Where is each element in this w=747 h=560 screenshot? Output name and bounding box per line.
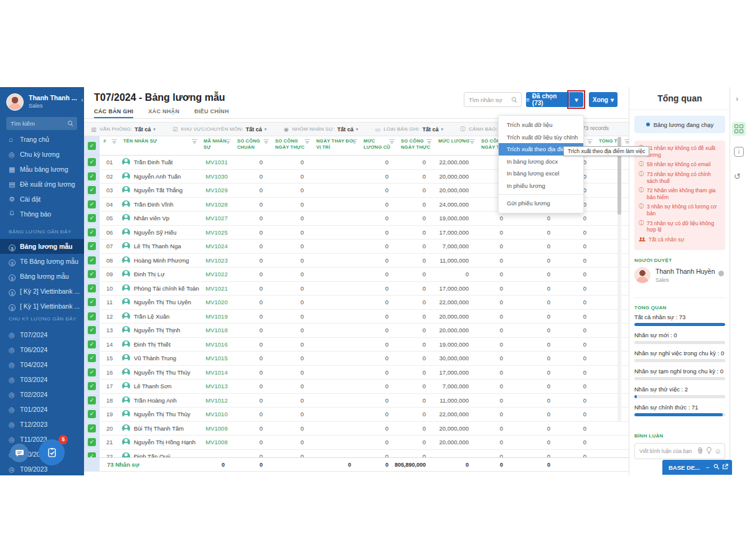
employee-name-cell[interactable]: Nguyễn Thị Thịnh: [120, 324, 200, 337]
alert-item[interactable]: ⓘ73 nhân sự không có chính sách thuế: [639, 171, 721, 184]
employee-search[interactable]: [464, 92, 522, 107]
base-widget-bar[interactable]: BASE DE... −: [662, 460, 732, 475]
alert-item[interactable]: ⓘ73 nhân sự có dữ liệu không hợp lệ: [639, 220, 721, 233]
table-row[interactable]: ✓21Nguyễn Thị Hồng HạnhMV1008000020,000,…: [84, 436, 629, 450]
sidebar-cycle-item[interactable]: ◎T01/2024: [0, 402, 84, 417]
sidebar-cycle-item[interactable]: ◎T09/2023: [0, 462, 84, 475]
filter-people[interactable]: ◉NHÓM NHÂN SỰ:Tất cả▾: [283, 126, 358, 133]
row-checkbox[interactable]: ✓: [88, 256, 96, 264]
employee-name-cell[interactable]: Đinh Thị Thiết: [120, 338, 200, 352]
row-checkbox[interactable]: ✓: [88, 326, 96, 334]
filter-funnel-icon[interactable]: [192, 139, 197, 144]
table-row[interactable]: ✓16Nguyễn Thị Thu ThủyMV1014000017,000,0…: [84, 366, 629, 380]
payroll-status-pill[interactable]: Bảng lương đang chạy: [634, 116, 725, 133]
row-checkbox[interactable]: ✓: [88, 368, 96, 376]
info-bubble-icon[interactable]: i: [734, 147, 744, 157]
filter-funnel-icon[interactable]: [389, 139, 395, 144]
sidebar-item-home[interactable]: ⌂Trang chủ: [0, 132, 84, 147]
table-row[interactable]: ✓19Nguyễn Thị Thu ThủyMV1010000022,000,0…: [84, 408, 629, 422]
table-row[interactable]: ✓15Vũ Thành TrungMV1015000030,000,000000: [84, 352, 629, 366]
sidebar-cycle-item[interactable]: ◎T03/2024: [0, 372, 84, 387]
sidebar-cycle-item[interactable]: ◎T06/2024: [0, 342, 84, 357]
row-checkbox[interactable]: ✓: [88, 396, 96, 404]
row-checkbox[interactable]: ✓: [88, 452, 96, 457]
table-row[interactable]: ✓08Hoàng Minh PhươngMV1023000011,000,000…: [84, 254, 629, 268]
sidebar-payroll-item[interactable]: $T6 Bảng lương mẫu: [0, 254, 84, 269]
selected-button[interactable]: ≡Đã chọn (73): [526, 92, 569, 107]
employee-search-input[interactable]: [469, 93, 512, 106]
sidebar-cycle-item[interactable]: ◎T12/2023: [0, 417, 84, 432]
row-checkbox[interactable]: ✓: [88, 228, 96, 236]
employee-name-cell[interactable]: Nguyễn Thị Thu Thủy: [120, 408, 200, 421]
employee-name-cell[interactable]: Nguyễn Thị Thu Thủy: [120, 366, 200, 380]
comment-box[interactable]: ☺: [634, 443, 725, 459]
row-checkbox[interactable]: ✓: [88, 340, 96, 348]
paperclip-icon[interactable]: [697, 447, 703, 454]
filter-funnel-icon[interactable]: [225, 139, 231, 144]
emoji-icon[interactable]: ☺: [715, 447, 721, 455]
sidebar-user[interactable]: Thanh Thanh ... Sales ‹: [6, 92, 81, 113]
filter-chart[interactable]: ▥VĂN PHÒNG:Tất cả▾: [90, 126, 156, 133]
filter-funnel-icon[interactable]: [304, 139, 310, 144]
table-row[interactable]: ✓14Đinh Thị ThiếtMV1016000019,000,000000: [84, 338, 629, 352]
comment-input[interactable]: [639, 444, 692, 459]
search-icon[interactable]: [712, 464, 721, 471]
table-row[interactable]: ✓12Trần Lệ XuânMV1019000020,000,000000: [84, 310, 629, 324]
menu-item[interactable]: In phiếu lương: [499, 180, 583, 192]
sidebar-item-bell[interactable]: Thông báo: [0, 207, 84, 222]
sidebar-payroll-item[interactable]: $Bảng lương mẫu: [0, 269, 84, 284]
sidebar-item-template[interactable]: ▦Mẫu bảng lương: [0, 162, 84, 177]
table-row[interactable]: ✓13Nguyễn Thị ThịnhMV1018000020,000,0000…: [84, 324, 629, 338]
minimize-icon[interactable]: −: [703, 464, 712, 471]
employee-name-cell[interactable]: Bùi Thị Thanh Tâm: [120, 422, 200, 436]
sidebar-collapse-icon[interactable]: ‹: [81, 96, 83, 103]
sidebar-cycle-item[interactable]: ◎T02/2024: [0, 387, 84, 402]
table-row[interactable]: ✓18Trần Hoàng AnhMV1012000011,000,000000: [84, 394, 629, 408]
filter-funnel-icon[interactable]: [624, 139, 629, 144]
sidebar-cycle-item[interactable]: ◎T04/2024: [0, 357, 84, 372]
tab-xác-nhận[interactable]: XÁC NHẬN: [148, 108, 179, 119]
filter-funnel-icon[interactable]: [587, 139, 593, 144]
chat-button[interactable]: [10, 444, 29, 462]
sidebar-item-proposal[interactable]: ▤Đề xuất ứng lương: [0, 177, 84, 192]
employee-name-cell[interactable]: Nguyễn Thị Thu Uyên: [120, 296, 200, 309]
approver-row[interactable]: Thanh Thanh Huyền Sales: [634, 266, 725, 288]
external-link-icon[interactable]: [721, 464, 730, 471]
employee-name-cell[interactable]: Nhân viên Vp: [120, 212, 200, 225]
sidebar-item-gear[interactable]: ⚙Cài đặt: [0, 192, 84, 207]
sidebar-search[interactable]: [6, 117, 77, 130]
row-checkbox[interactable]: ✓: [88, 172, 96, 180]
row-checkbox[interactable]: ✓: [88, 214, 96, 222]
filter-funnel-icon[interactable]: [263, 139, 269, 144]
filter-folder[interactable]: ▭LOẠI BẢN GHI:Tất cả▾: [374, 126, 443, 133]
table-row[interactable]: ✓11Nguyễn Thị Thu UyênMV1020000022,000,0…: [84, 296, 629, 310]
row-checkbox[interactable]: ✓: [88, 298, 96, 306]
alert-item[interactable]: ⓘ72 Nhân viên không tham gia bảo hiểm: [639, 187, 721, 200]
menu-item[interactable]: In bảng lương docx: [499, 156, 583, 168]
row-checkbox[interactable]: ✓: [88, 242, 96, 250]
row-checkbox[interactable]: ✓: [88, 354, 96, 362]
employee-name-cell[interactable]: Trần Lệ Xuân: [120, 310, 200, 324]
table-row[interactable]: ✓17Lê Thanh SơnMV101300007,000,000000: [84, 380, 629, 394]
employee-name-cell[interactable]: Phòng Tài chính kế Toán: [120, 282, 200, 296]
row-checkbox[interactable]: ✓: [88, 200, 96, 208]
row-checkbox[interactable]: ✓: [88, 186, 96, 194]
filter-check-square[interactable]: ☑KHU VỰC/CHUYÊN MÔN:Tất cả▾: [172, 126, 267, 133]
employee-name-cell[interactable]: Hoàng Minh Phương: [120, 254, 200, 268]
filter-funnel-icon[interactable]: [426, 139, 432, 144]
menu-item[interactable]: Trích xuất dữ liệu: [499, 119, 583, 131]
employee-name-cell[interactable]: Nguyễn Anh Tuấn: [120, 170, 200, 184]
menu-item[interactable]: Gửi phiếu lương: [499, 197, 583, 210]
menu-item[interactable]: In bảng lương excel: [499, 167, 583, 180]
employee-name-cell[interactable]: Trần Đinh Tuất: [120, 156, 200, 169]
tab-điều-chỉnh[interactable]: ĐIỀU CHỈNH: [194, 108, 229, 119]
apps-grid-icon[interactable]: [732, 122, 746, 136]
table-row[interactable]: ✓05Nhân viên VpMV1027000019,000,000000: [84, 212, 629, 226]
sidebar-item-cycle[interactable]: ◎Chu kỳ lương: [0, 147, 84, 162]
sidebar-search-input[interactable]: [11, 117, 65, 130]
row-checkbox[interactable]: ✓: [88, 382, 96, 390]
row-checkbox[interactable]: ✓: [88, 284, 96, 292]
employee-name-cell[interactable]: Đinh Thị Lự: [120, 268, 200, 281]
table-row[interactable]: ✓10Phòng Tài chính kế ToánMV1021000017,0…: [84, 282, 629, 296]
history-icon[interactable]: ↺: [734, 172, 741, 181]
